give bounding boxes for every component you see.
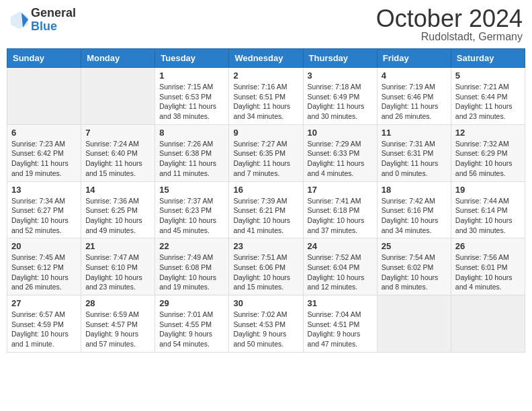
day-info: Sunrise: 7:45 AM Sunset: 6:12 PM Dayligh…: [11, 253, 77, 292]
day-info: Sunrise: 7:15 AM Sunset: 6:53 PM Dayligh…: [159, 82, 224, 122]
day-number: 14: [85, 185, 150, 195]
day-number: 17: [308, 185, 373, 195]
day-of-week-header: Friday: [377, 49, 451, 68]
calendar-cell: 4Sunrise: 7:19 AM Sunset: 6:46 PM Daylig…: [377, 68, 451, 125]
day-number: 16: [233, 185, 298, 195]
day-number: 31: [308, 298, 373, 308]
day-number: 19: [455, 185, 521, 195]
day-number: 26: [455, 241, 521, 251]
calendar-cell: 8Sunrise: 7:26 AM Sunset: 6:38 PM Daylig…: [155, 124, 229, 181]
calendar-cell: 28Sunrise: 6:59 AM Sunset: 4:57 PM Dayli…: [81, 295, 155, 353]
logo-text: General Blue: [31, 7, 76, 34]
calendar-week-row: 1Sunrise: 7:15 AM Sunset: 6:53 PM Daylig…: [7, 68, 525, 125]
calendar-cell: 12Sunrise: 7:32 AM Sunset: 6:29 PM Dayli…: [451, 124, 525, 181]
day-info: Sunrise: 7:31 AM Sunset: 6:31 PM Dayligh…: [382, 139, 447, 179]
day-number: 28: [85, 298, 150, 308]
calendar-week-row: 20Sunrise: 7:45 AM Sunset: 6:12 PM Dayli…: [7, 238, 525, 295]
day-info: Sunrise: 7:32 AM Sunset: 6:29 PM Dayligh…: [455, 139, 521, 179]
day-number: 22: [159, 241, 224, 251]
calendar-cell: 24Sunrise: 7:52 AM Sunset: 6:04 PM Dayli…: [303, 238, 377, 295]
calendar-cell: 27Sunrise: 6:57 AM Sunset: 4:59 PM Dayli…: [7, 295, 81, 353]
day-info: Sunrise: 7:18 AM Sunset: 6:49 PM Dayligh…: [308, 82, 373, 122]
calendar-cell: 19Sunrise: 7:44 AM Sunset: 6:14 PM Dayli…: [451, 181, 525, 238]
day-info: Sunrise: 7:52 AM Sunset: 6:04 PM Dayligh…: [308, 253, 373, 292]
day-number: 21: [85, 241, 150, 251]
calendar-cell: 21Sunrise: 7:47 AM Sunset: 6:10 PM Dayli…: [81, 238, 155, 295]
day-of-week-header: Tuesday: [155, 49, 229, 68]
logo-general: General: [31, 7, 76, 20]
calendar-cell: 5Sunrise: 7:21 AM Sunset: 6:44 PM Daylig…: [451, 68, 525, 125]
day-number: 1: [159, 71, 224, 81]
calendar-cell: 26Sunrise: 7:56 AM Sunset: 6:01 PM Dayli…: [451, 238, 525, 295]
day-number: 18: [382, 185, 447, 195]
day-of-week-header: Sunday: [7, 49, 81, 68]
logo-icon: [9, 10, 30, 30]
day-info: Sunrise: 7:36 AM Sunset: 6:25 PM Dayligh…: [85, 196, 150, 236]
calendar-header-row: SundayMondayTuesdayWednesdayThursdayFrid…: [7, 49, 525, 68]
day-number: 5: [455, 71, 521, 81]
day-info: Sunrise: 7:16 AM Sunset: 6:51 PM Dayligh…: [233, 82, 298, 122]
calendar-cell: 22Sunrise: 7:49 AM Sunset: 6:08 PM Dayli…: [155, 238, 229, 295]
day-number: 27: [11, 298, 77, 308]
calendar-cell: 14Sunrise: 7:36 AM Sunset: 6:25 PM Dayli…: [81, 181, 155, 238]
day-info: Sunrise: 7:29 AM Sunset: 6:33 PM Dayligh…: [308, 139, 373, 179]
day-number: 3: [308, 71, 373, 81]
day-number: 8: [159, 128, 224, 138]
day-number: 7: [85, 128, 150, 138]
day-number: 24: [308, 241, 373, 251]
day-number: 30: [233, 298, 298, 308]
day-number: 11: [382, 128, 447, 138]
day-info: Sunrise: 7:02 AM Sunset: 4:53 PM Dayligh…: [233, 310, 298, 349]
day-info: Sunrise: 7:42 AM Sunset: 6:16 PM Dayligh…: [382, 196, 447, 236]
day-info: Sunrise: 7:49 AM Sunset: 6:08 PM Dayligh…: [159, 253, 224, 292]
calendar-cell: 11Sunrise: 7:31 AM Sunset: 6:31 PM Dayli…: [377, 124, 451, 181]
day-info: Sunrise: 7:39 AM Sunset: 6:21 PM Dayligh…: [233, 196, 298, 236]
day-info: Sunrise: 7:23 AM Sunset: 6:42 PM Dayligh…: [11, 139, 77, 179]
calendar-cell: 18Sunrise: 7:42 AM Sunset: 6:16 PM Dayli…: [377, 181, 451, 238]
calendar-cell: [377, 295, 451, 353]
calendar-cell: 10Sunrise: 7:29 AM Sunset: 6:33 PM Dayli…: [303, 124, 377, 181]
month-title: October 2024: [376, 7, 523, 31]
calendar-week-row: 27Sunrise: 6:57 AM Sunset: 4:59 PM Dayli…: [7, 295, 525, 353]
day-info: Sunrise: 7:27 AM Sunset: 6:35 PM Dayligh…: [233, 139, 298, 179]
day-info: Sunrise: 7:47 AM Sunset: 6:10 PM Dayligh…: [85, 253, 150, 292]
day-info: Sunrise: 7:21 AM Sunset: 6:44 PM Dayligh…: [455, 82, 521, 122]
calendar-cell: 7Sunrise: 7:24 AM Sunset: 6:40 PM Daylig…: [81, 124, 155, 181]
calendar-cell: 25Sunrise: 7:54 AM Sunset: 6:02 PM Dayli…: [377, 238, 451, 295]
day-info: Sunrise: 7:37 AM Sunset: 6:23 PM Dayligh…: [159, 196, 224, 236]
calendar-cell: 1Sunrise: 7:15 AM Sunset: 6:53 PM Daylig…: [155, 68, 229, 125]
day-info: Sunrise: 7:44 AM Sunset: 6:14 PM Dayligh…: [455, 196, 521, 236]
calendar-cell: [451, 295, 525, 353]
day-info: Sunrise: 7:04 AM Sunset: 4:51 PM Dayligh…: [308, 310, 373, 349]
page-header: General Blue October 2024 Rudolstadt, Ge…: [7, 7, 525, 43]
calendar-cell: 29Sunrise: 7:01 AM Sunset: 4:55 PM Dayli…: [155, 295, 229, 353]
day-info: Sunrise: 7:24 AM Sunset: 6:40 PM Dayligh…: [85, 139, 150, 179]
day-info: Sunrise: 6:59 AM Sunset: 4:57 PM Dayligh…: [85, 310, 150, 349]
day-info: Sunrise: 7:19 AM Sunset: 6:46 PM Dayligh…: [382, 82, 447, 122]
calendar-week-row: 6Sunrise: 7:23 AM Sunset: 6:42 PM Daylig…: [7, 124, 525, 181]
logo: General Blue: [9, 7, 76, 34]
day-number: 2: [233, 71, 298, 81]
calendar-cell: 6Sunrise: 7:23 AM Sunset: 6:42 PM Daylig…: [7, 124, 81, 181]
calendar-cell: 16Sunrise: 7:39 AM Sunset: 6:21 PM Dayli…: [229, 181, 303, 238]
location: Rudolstadt, Germany: [376, 31, 523, 43]
day-info: Sunrise: 7:34 AM Sunset: 6:27 PM Dayligh…: [11, 196, 77, 236]
calendar-cell: [7, 68, 81, 125]
day-of-week-header: Thursday: [303, 49, 377, 68]
day-info: Sunrise: 7:51 AM Sunset: 6:06 PM Dayligh…: [233, 253, 298, 292]
day-of-week-header: Monday: [81, 49, 155, 68]
calendar-week-row: 13Sunrise: 7:34 AM Sunset: 6:27 PM Dayli…: [7, 181, 525, 238]
day-number: 12: [455, 128, 521, 138]
day-of-week-header: Saturday: [451, 49, 525, 68]
day-number: 4: [382, 71, 447, 81]
day-number: 23: [233, 241, 298, 251]
calendar-cell: 17Sunrise: 7:41 AM Sunset: 6:18 PM Dayli…: [303, 181, 377, 238]
title-area: October 2024 Rudolstadt, Germany: [376, 7, 523, 43]
day-info: Sunrise: 6:57 AM Sunset: 4:59 PM Dayligh…: [11, 310, 77, 349]
calendar-table: SundayMondayTuesdayWednesdayThursdayFrid…: [7, 48, 525, 353]
calendar-cell: 15Sunrise: 7:37 AM Sunset: 6:23 PM Dayli…: [155, 181, 229, 238]
calendar-cell: 23Sunrise: 7:51 AM Sunset: 6:06 PM Dayli…: [229, 238, 303, 295]
day-info: Sunrise: 7:41 AM Sunset: 6:18 PM Dayligh…: [308, 196, 373, 236]
day-number: 6: [11, 128, 77, 138]
calendar-cell: 20Sunrise: 7:45 AM Sunset: 6:12 PM Dayli…: [7, 238, 81, 295]
